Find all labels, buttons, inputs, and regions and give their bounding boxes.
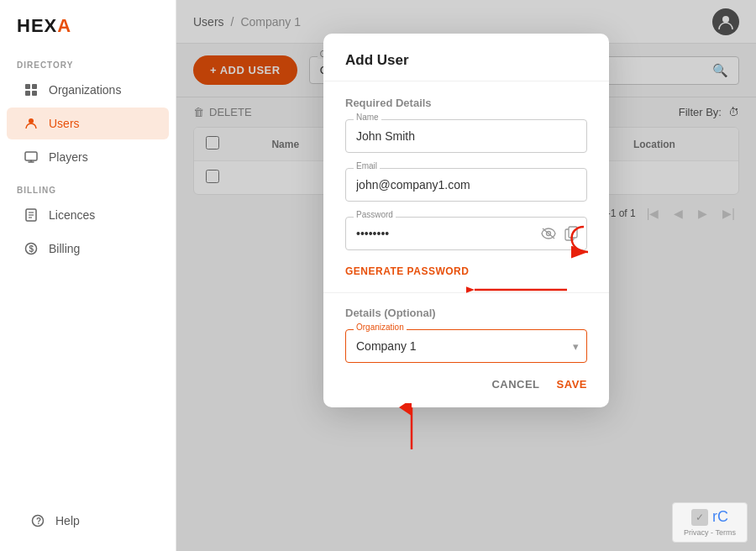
grid-icon — [24, 83, 39, 97]
sidebar-item-billing[interactable]: $ Billing — [7, 233, 169, 265]
svg-point-4 — [29, 118, 34, 123]
logo-text: HEXA — [17, 15, 71, 37]
password-field-wrap: Password — [345, 217, 587, 250]
modal-body: Required Details Name Email Password — [323, 81, 609, 363]
svg-rect-1 — [32, 84, 37, 89]
sidebar-item-label: Licences — [49, 208, 95, 222]
generate-password-label: GENERATE PASSWORD — [345, 265, 469, 277]
save-label: SAVE — [557, 378, 587, 391]
billing-section-label: BILLING — [0, 174, 176, 198]
sidebar-item-label: Users — [49, 117, 80, 130]
sidebar: HEXA DIRECTORY Organizations Users Playe… — [0, 0, 176, 551]
password-wrap — [345, 217, 587, 250]
monitor-icon — [24, 150, 39, 164]
sidebar-item-label: Organizations — [49, 83, 121, 97]
svg-text:?: ? — [36, 517, 41, 526]
svg-rect-5 — [25, 152, 37, 160]
save-button[interactable]: SAVE — [557, 378, 587, 391]
sidebar-item-organizations[interactable]: Organizations — [7, 74, 169, 106]
cancel-label: CANCEL — [491, 378, 539, 391]
email-field-wrap: Email — [345, 168, 587, 202]
generate-password-button[interactable]: GENERATE PASSWORD — [345, 265, 469, 277]
user-icon — [24, 117, 39, 130]
password-actions — [538, 223, 580, 244]
cancel-button[interactable]: CANCEL — [491, 378, 539, 391]
logo: HEXA — [0, 0, 176, 49]
recaptcha-text: Privacy - Terms — [684, 528, 736, 537]
svg-rect-3 — [32, 91, 37, 96]
email-label: Email — [354, 161, 380, 171]
recaptcha-badge: ✓ rC Privacy - Terms — [672, 502, 748, 543]
directory-section-label: DIRECTORY — [0, 49, 176, 73]
svg-rect-18 — [569, 227, 577, 238]
email-input[interactable] — [345, 168, 587, 202]
modal-title: Add User — [323, 34, 609, 81]
recaptcha-top: ✓ rC — [691, 508, 728, 526]
svg-text:$: $ — [29, 244, 34, 254]
sidebar-item-users[interactable]: Users — [7, 108, 169, 139]
password-label: Password — [354, 210, 396, 219]
sidebar-item-label: Billing — [49, 242, 80, 255]
main-area: Users / Company 1 + ADD USER Organizatio… — [176, 0, 756, 551]
sidebar-item-licences[interactable]: Licences — [7, 199, 169, 231]
optional-section: Details (Optional) Organization Company … — [323, 292, 609, 363]
name-field-wrap: Name — [345, 119, 587, 153]
sidebar-bottom: ? Help — [0, 491, 176, 551]
modal-overlay: Add User Required Details Name Email Pas… — [176, 0, 756, 551]
licences-icon — [24, 208, 39, 222]
org-field-label: Organization — [354, 323, 407, 332]
help-icon: ? — [30, 514, 45, 527]
optional-section-label: Details (Optional) — [345, 307, 587, 319]
org-field-wrap: Organization Company 1 ▾ — [345, 329, 587, 363]
recaptcha-checkbox: ✓ — [691, 509, 708, 526]
svg-rect-2 — [25, 91, 30, 96]
billing-icon: $ — [24, 242, 39, 255]
sidebar-item-label: Help — [55, 514, 80, 527]
name-label: Name — [354, 113, 381, 122]
name-input[interactable] — [345, 119, 587, 153]
copy-password-button[interactable] — [562, 223, 580, 244]
sidebar-item-label: Players — [49, 150, 88, 164]
modal-footer: CANCEL SAVE — [323, 363, 609, 391]
add-user-modal: Add User Required Details Name Email Pas… — [323, 34, 609, 407]
svg-rect-0 — [25, 84, 30, 89]
toggle-password-button[interactable] — [538, 225, 559, 242]
recaptcha-logo: rC — [712, 508, 728, 526]
sidebar-item-help[interactable]: ? Help — [13, 505, 162, 537]
required-section-label: Required Details — [345, 97, 587, 109]
org-select-field[interactable]: Company 1 — [345, 329, 587, 363]
sidebar-item-players[interactable]: Players — [7, 141, 169, 173]
